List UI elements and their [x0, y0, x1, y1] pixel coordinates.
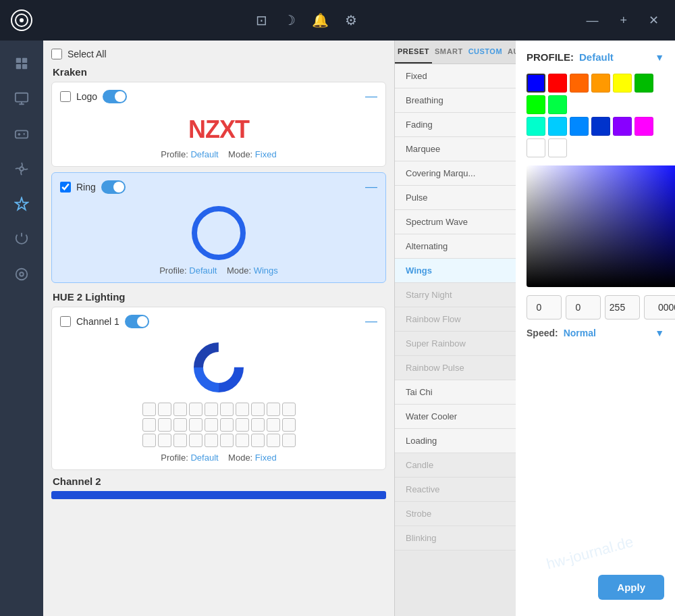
tab-preset[interactable]: PRESET — [395, 41, 432, 63]
swatch-red[interactable] — [548, 74, 567, 93]
swatch-lime2[interactable] — [548, 95, 567, 114]
maximize-button[interactable]: + — [614, 11, 632, 30]
ring-collapse-btn[interactable]: — — [365, 180, 377, 194]
svg-rect-3 — [22, 58, 27, 63]
effect-pulse[interactable]: Pulse — [395, 186, 516, 210]
color-gradient-area[interactable] — [526, 165, 675, 287]
settings-icon[interactable]: ⚙ — [345, 12, 357, 28]
watermark: hw-journal.de — [545, 533, 635, 573]
bell-icon[interactable]: 🔔 — [312, 12, 329, 28]
hue2-title: HUE 2 Lighting — [51, 291, 386, 303]
channel2-preview — [51, 491, 386, 499]
select-all-checkbox[interactable] — [51, 49, 62, 59]
led-cell — [173, 434, 187, 447]
sidebar-item-storage[interactable] — [7, 259, 36, 289]
sidebar-item-monitor[interactable] — [7, 84, 36, 113]
apply-button[interactable]: Apply — [598, 575, 664, 600]
moon-icon[interactable]: ☽ — [284, 12, 296, 28]
color-swatches-2 — [526, 117, 664, 157]
logo-profile-mode: Profile: Default Mode: Fixed — [60, 149, 377, 159]
red-input[interactable]: 0 — [526, 295, 562, 319]
swatch-blue[interactable] — [526, 74, 545, 93]
kraken-title: Kraken — [51, 66, 386, 78]
led-cell — [158, 434, 171, 447]
color-swatches — [526, 74, 664, 114]
swatch-navy[interactable] — [591, 117, 610, 136]
camera-icon[interactable]: ⊡ — [256, 12, 267, 28]
led-cell — [142, 403, 156, 416]
swatch-white[interactable] — [526, 138, 545, 157]
swatch-white2[interactable] — [548, 138, 567, 157]
svg-point-10 — [20, 272, 24, 276]
svg-rect-4 — [16, 64, 21, 69]
nzxt-logo: NZXT — [188, 116, 249, 144]
swatch-yellow[interactable] — [613, 74, 632, 93]
effect-loading[interactable]: Loading — [395, 429, 516, 453]
swatch-sky[interactable] — [548, 117, 567, 136]
effect-reactive: Reactive — [395, 478, 516, 502]
sidebar-item-power[interactable] — [7, 224, 36, 254]
swatch-violet[interactable] — [613, 117, 632, 136]
device-panel: Select All Kraken Logo — — [43, 41, 394, 616]
led-cell — [142, 418, 156, 432]
tab-custom[interactable]: CUSTOM — [466, 41, 505, 63]
effect-wings[interactable]: Wings — [395, 259, 516, 283]
led-row-3 — [142, 434, 296, 447]
swatch-lime[interactable] — [526, 95, 545, 114]
ring-toggle[interactable] — [101, 180, 126, 194]
effect-fixed[interactable]: Fixed — [395, 64, 516, 88]
sidebar-item-fan[interactable] — [7, 154, 36, 184]
titlebar-icons: ⊡ ☽ 🔔 ⚙ — [256, 12, 357, 28]
swatch-cyan[interactable] — [526, 117, 545, 136]
led-cell — [267, 418, 280, 432]
ch1-mode-label: Mode: — [228, 453, 252, 463]
effect-covering-marquee[interactable]: Covering Marqu... — [395, 161, 516, 186]
channel1-toggle[interactable] — [125, 315, 149, 328]
logo-profile-label: Profile: — [161, 149, 188, 159]
speed-dropdown-arrow[interactable]: ▼ — [655, 328, 664, 338]
ring-checkbox[interactable] — [60, 182, 71, 192]
swatch-orange[interactable] — [570, 74, 589, 93]
blue-input[interactable]: 255 — [605, 295, 640, 319]
channel1-checkbox[interactable] — [60, 316, 71, 327]
effect-water-cooler[interactable]: Water Cooler — [395, 405, 516, 429]
close-button[interactable]: ✕ — [643, 10, 664, 30]
logo-card-left: Logo — [60, 90, 127, 103]
profile-dropdown-arrow[interactable]: ▼ — [655, 52, 664, 63]
led-row-2 — [142, 418, 296, 432]
effects-panel: PRESET SMART CUSTOM AUDIO GAME Fixed Bre… — [394, 41, 516, 616]
effect-marquee[interactable]: Marquee — [395, 137, 516, 161]
effect-rainbow-flow: Rainbow Flow — [395, 307, 516, 332]
effect-tai-chi[interactable]: Tai Chi — [395, 380, 516, 405]
logo-profile-value: Default — [190, 149, 218, 159]
swatch-cornflower[interactable] — [570, 117, 589, 136]
hex-input[interactable]: 0000FF — [644, 295, 675, 319]
swatch-magenta[interactable] — [634, 117, 653, 136]
green-input[interactable]: 0 — [566, 295, 601, 319]
channel1-collapse-btn[interactable]: — — [365, 314, 377, 328]
logo-toggle[interactable] — [103, 90, 127, 103]
led-cell — [205, 434, 218, 447]
tab-smart[interactable]: SMART — [432, 41, 466, 63]
led-cell — [189, 418, 202, 432]
ring-circle — [192, 206, 246, 260]
sidebar-item-dashboard[interactable] — [7, 49, 36, 78]
effect-super-rainbow: Super Rainbow — [395, 332, 516, 356]
hue-donut — [192, 340, 246, 394]
effect-spectrum-wave[interactable]: Spectrum Wave — [395, 210, 516, 234]
channel1-card: Channel 1 — — [51, 307, 386, 470]
effect-breathing[interactable]: Breathing — [395, 88, 516, 113]
sidebar-item-controller[interactable] — [7, 119, 36, 149]
svg-rect-7 — [16, 130, 28, 138]
effect-alternating[interactable]: Alternating — [395, 234, 516, 259]
content-area: Select All Kraken Logo — — [43, 41, 675, 616]
logo-collapse-btn[interactable]: — — [365, 89, 377, 103]
effect-fading[interactable]: Fading — [395, 113, 516, 137]
swatch-green[interactable] — [634, 74, 653, 93]
sidebar-item-lighting[interactable] — [7, 189, 36, 219]
minimize-button[interactable]: — — [580, 11, 603, 30]
logo-checkbox[interactable] — [60, 91, 71, 102]
led-strip-grid — [142, 403, 296, 447]
swatch-amber[interactable] — [591, 74, 610, 93]
profile-row: PROFILE: Default ▼ — [526, 51, 664, 63]
